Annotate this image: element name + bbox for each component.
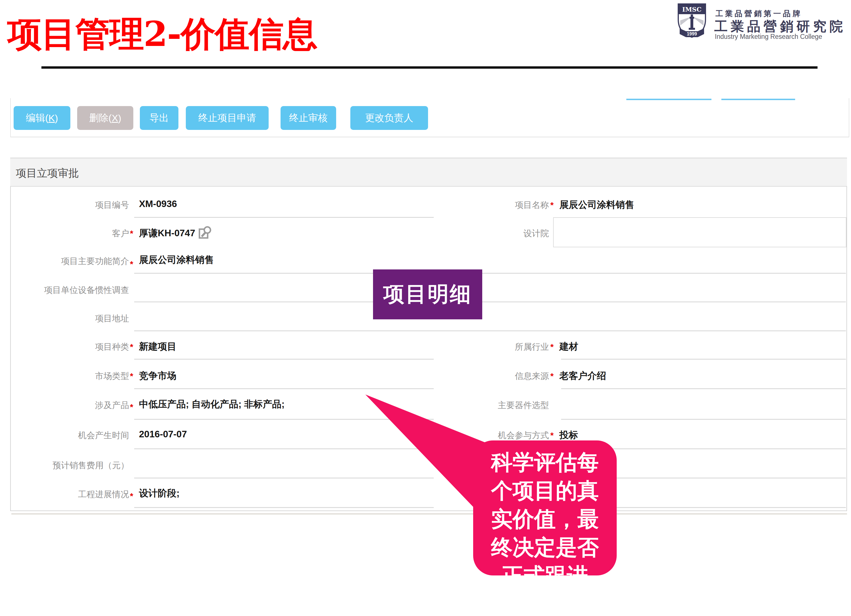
svg-text:1999: 1999 xyxy=(687,32,697,36)
delete-button[interactable]: 删除(X) xyxy=(77,106,133,130)
required-asterisk: * xyxy=(550,371,554,381)
field-underline[interactable] xyxy=(561,359,846,360)
field-label-project-no: 项目编号 xyxy=(17,199,129,211)
change-owner-button[interactable]: 更改负责人 xyxy=(350,106,428,130)
logo-name-english: Industry Marketing Research College xyxy=(715,33,822,41)
toolbar: 编辑(K) 删除(X) 导出 终止项目申请 终止审核 更改负责人 xyxy=(10,98,849,137)
field-value-products-involved[interactable]: 中低压产品; 自动化产品; 非标产品; xyxy=(139,398,284,411)
design-institute-input[interactable] xyxy=(553,217,846,247)
button-label: ) xyxy=(118,113,121,124)
button-label: 删除( xyxy=(89,111,111,125)
field-label-products-involved: 涉及产品 xyxy=(17,400,129,411)
terminate-project-request-button[interactable]: 终止项目申请 xyxy=(186,106,269,130)
field-label-customer: 客户 xyxy=(17,228,129,239)
svg-text:IMSC: IMSC xyxy=(682,6,702,13)
field-value-project-progress[interactable]: 设计阶段; xyxy=(139,487,180,500)
required-asterisk: * xyxy=(130,259,133,269)
logo-tagline: 工業品營銷第一品牌 xyxy=(716,9,802,19)
field-label-info-source: 信息来源 xyxy=(438,370,549,382)
field-label-opportunity-date: 机会产生时间 xyxy=(17,430,129,441)
button-label: 编辑( xyxy=(26,111,48,125)
field-underline[interactable] xyxy=(134,359,434,360)
panel-title: 项目立项审批 xyxy=(16,166,79,180)
required-asterisk: * xyxy=(550,200,554,210)
field-underline[interactable] xyxy=(134,273,846,274)
export-button[interactable]: 导出 xyxy=(140,106,179,130)
project-detail-tag: 项目明细 xyxy=(373,269,482,319)
customer-lookup-icon[interactable] xyxy=(198,226,212,240)
field-value-project-no[interactable]: XM-0936 xyxy=(139,198,177,209)
field-value-opportunity-date[interactable]: 2016-07-07 xyxy=(139,429,187,440)
callout-line: 正式跟进 xyxy=(473,562,617,575)
field-underline[interactable] xyxy=(134,331,846,331)
field-value-customer[interactable]: 厚谦KH-0747 xyxy=(139,227,195,240)
button-label: 导出 xyxy=(149,111,169,125)
field-label-project-address: 项目地址 xyxy=(17,313,129,325)
slide: 项目管理2-价值信息 IMSC 1999 工業品營銷第一品牌 工業品營銷研究院 … xyxy=(0,0,851,616)
field-label-industry: 所属行业 xyxy=(438,341,549,353)
field-label-project-name: 项目名称 xyxy=(438,199,549,211)
required-asterisk: * xyxy=(130,371,133,381)
button-label: ) xyxy=(55,113,58,124)
button-label: 终止审核 xyxy=(289,111,328,125)
required-asterisk: * xyxy=(130,491,133,501)
field-label-market-type: 市场类型 xyxy=(17,370,129,382)
field-label-estimated-sales-cost: 预计销售费用（元） xyxy=(17,460,129,471)
panel-header: 项目立项审批 xyxy=(10,158,847,186)
button-label: 终止项目申请 xyxy=(198,111,256,125)
imsc-logo: IMSC 1999 工業品營銷第一品牌 工業品營銷研究院 Industry Ma… xyxy=(677,2,850,42)
callout-line: 实价值，最 xyxy=(473,505,617,533)
button-accesskey: X xyxy=(112,113,118,124)
field-value-industry[interactable]: 建材 xyxy=(559,340,578,353)
field-value-info-source[interactable]: 老客户介绍 xyxy=(559,370,606,382)
field-underline[interactable] xyxy=(134,388,434,389)
field-value-market-type[interactable]: 竞争市场 xyxy=(139,370,176,382)
callout-line: 科学评估每 xyxy=(473,448,617,476)
field-value-project-name[interactable]: 展辰公司涂料销售 xyxy=(559,198,634,211)
field-underline[interactable] xyxy=(561,388,846,389)
field-label-project-type: 项目种类 xyxy=(17,341,129,353)
edit-button[interactable]: 编辑(K) xyxy=(14,106,70,130)
field-label-project-progress: 工程进展情况 xyxy=(17,489,129,500)
field-label-equipment-survey: 项目单位设备惯性调查 xyxy=(17,284,129,296)
imsc-shield-icon: IMSC 1999 xyxy=(677,3,707,38)
button-label: 更改负责人 xyxy=(365,111,413,125)
page-title: 项目管理2-价值信息 xyxy=(8,11,317,58)
terminate-review-button[interactable]: 终止审核 xyxy=(281,106,336,130)
required-asterisk: * xyxy=(550,431,554,440)
callout-text: 科学评估每 个项目的真 实价值，最 终决定是否 正式跟进 xyxy=(473,448,617,575)
field-value-project-type[interactable]: 新建项目 xyxy=(139,340,176,353)
field-value-participation-method[interactable]: 投标 xyxy=(559,429,578,442)
callout-line: 终决定是否 xyxy=(473,533,617,562)
required-asterisk: * xyxy=(550,342,554,352)
callout-line: 个项目的真 xyxy=(473,476,617,505)
field-underline[interactable] xyxy=(561,419,846,420)
field-value-main-function[interactable]: 展辰公司涂料销售 xyxy=(139,254,214,266)
required-asterisk: * xyxy=(130,228,133,238)
field-underline[interactable] xyxy=(134,302,846,302)
field-label-main-function: 项目主要功能简介 xyxy=(17,255,129,267)
field-underline[interactable] xyxy=(134,217,434,218)
field-label-design-institute: 设计院 xyxy=(438,228,549,239)
required-asterisk: * xyxy=(130,402,133,412)
required-asterisk: * xyxy=(130,342,133,352)
button-accesskey: K xyxy=(48,113,55,124)
title-underline xyxy=(41,66,818,69)
callout-bubble: 科学评估每 个项目的真 实价值，最 终决定是否 正式跟进 xyxy=(473,440,617,575)
